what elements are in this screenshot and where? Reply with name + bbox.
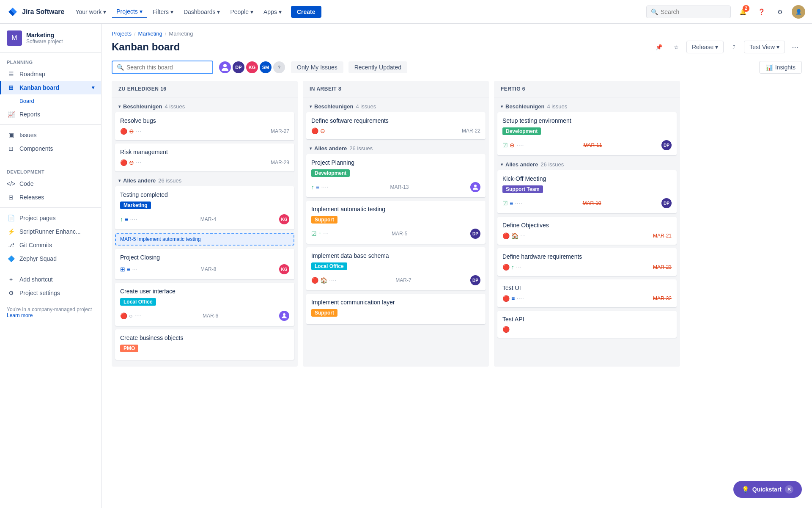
only-my-issues-button[interactable]: Only My Issues xyxy=(291,61,343,73)
card-testing-completed[interactable]: Testing completed Marketing ↑ ≡ ···· MAR… xyxy=(115,186,294,229)
nav-your-work[interactable]: Your work xyxy=(71,6,110,18)
card-project-closing[interactable]: Project Closing ⊞ ≡ ··· MAR-8 KG xyxy=(115,249,294,279)
sidebar-item-project-settings[interactable]: ⚙ Project settings xyxy=(0,286,101,300)
sidebar-item-zephyr[interactable]: 🔷 Zephyr Squad xyxy=(0,252,101,265)
column-fertig: FERTIG 6 ▾ Beschleunigen 4 issues Setup … xyxy=(494,81,680,367)
avatar-user-5[interactable]: ? xyxy=(272,61,286,74)
recently-updated-button[interactable]: Recently Updated xyxy=(348,61,407,73)
release-button[interactable]: Release xyxy=(686,41,724,53)
search-icon: 🔍 xyxy=(651,8,658,15)
create-button[interactable]: Create xyxy=(291,6,321,18)
sidebar-item-add-shortcut[interactable]: + Add shortcut xyxy=(0,273,101,286)
avatar-user-2[interactable]: DP xyxy=(232,61,245,74)
card-implement-comm-layer[interactable]: Implement communication layer Support xyxy=(306,294,486,324)
card-create-ui[interactable]: Create user interface Local Office 🔴 ○ ·… xyxy=(115,283,294,326)
more-button[interactable]: ··· xyxy=(788,40,802,54)
priority-icon: ≡ xyxy=(127,266,130,273)
search-input[interactable] xyxy=(661,8,726,15)
app-logo[interactable]: Jira Software xyxy=(7,6,64,18)
sidebar-item-board[interactable]: Board xyxy=(0,94,101,108)
avatar-user-1[interactable] xyxy=(218,61,232,74)
svg-point-3 xyxy=(474,185,477,187)
card-label-pmo: PMO xyxy=(120,345,138,352)
card-implement-db-schema[interactable]: Implement data base schema Local Office … xyxy=(306,247,486,290)
search-icon: 🔍 xyxy=(117,64,124,71)
project-header[interactable]: M Marketing Software project xyxy=(0,24,101,53)
sidebar-item-kanban[interactable]: ⊞ Kanban board ▾ xyxy=(0,81,101,94)
card-risk-management[interactable]: Risk management 🔴 ⊖ ··· MAR-29 xyxy=(115,144,294,171)
card-business-objects[interactable]: Create business objects PMO xyxy=(115,329,294,360)
board-search[interactable]: 🔍 xyxy=(112,61,213,74)
sidebar-item-components[interactable]: ⊡ Components xyxy=(0,142,101,155)
nav-dashboards[interactable]: Dashboards xyxy=(179,6,225,18)
settings-button[interactable]: ⚙ xyxy=(773,5,787,19)
nav-people[interactable]: People xyxy=(226,6,258,18)
nav-filters[interactable]: Filters xyxy=(148,6,178,18)
top-navigation: Jira Software Your work Projects Filters… xyxy=(0,0,812,24)
sidebar-item-releases[interactable]: ⊟ Releases xyxy=(0,190,101,204)
notifications-button[interactable]: 🔔 2 xyxy=(736,5,749,19)
sidebar-item-issues[interactable]: ▣ Issues xyxy=(0,128,101,142)
dots-icon: ···· xyxy=(516,141,524,149)
collapse-icon: ▾ xyxy=(118,104,121,109)
priority-icon: ○ xyxy=(129,312,132,319)
sidebar-item-git-commits[interactable]: ⎇ Git Commits xyxy=(0,238,101,252)
card-resolve-bugs[interactable]: Resolve bugs 🔴 ⊖ ··· MAR-27 xyxy=(115,112,294,140)
chevron-down-icon xyxy=(776,44,779,50)
swimlane-header-3[interactable]: ▾ Beschleunigen 4 issues xyxy=(306,101,486,112)
card-test-ui[interactable]: Test UI 🔴 ≡ ···· MAR-32 xyxy=(497,279,677,307)
nav-apps[interactable]: Apps xyxy=(259,6,286,18)
collapse-icon: ▾ xyxy=(118,178,121,183)
type-icon: 🔴 xyxy=(311,127,318,134)
swimlane-header-4[interactable]: ▾ Alles andere 26 issues xyxy=(306,143,486,154)
sidebar-item-reports[interactable]: 📈 Reports xyxy=(0,108,101,121)
swimlane-header[interactable]: ▾ Beschleunigen 4 issues xyxy=(115,101,294,112)
breadcrumb-marketing[interactable]: Marketing xyxy=(138,30,162,37)
type-icon: 🔴 xyxy=(502,264,510,271)
sidebar-item-code[interactable]: </> Code xyxy=(0,177,101,190)
nav-projects[interactable]: Projects xyxy=(112,6,147,18)
card-assignee-avatar: KG xyxy=(279,264,289,274)
card-define-software-req[interactable]: Define software requirements 🔴 ⊖ MAR-22 xyxy=(306,112,486,139)
learn-more-link[interactable]: Learn more xyxy=(7,312,33,318)
kanban-board: ZU ERLEDIGEN 16 ▾ Beschleunigen 4 issues… xyxy=(102,81,812,377)
sidebar-item-roadmap[interactable]: ☰ Roadmap xyxy=(0,67,101,81)
card-define-objectives[interactable]: Define Objectives 🔴 🏠 ··· MAR-21 xyxy=(497,217,677,245)
swimlane-beschleunigen: ▾ Beschleunigen 4 issues Resolve bugs 🔴 … xyxy=(115,101,294,171)
avatar-user-3[interactable]: KG xyxy=(245,61,259,74)
type-icon: 🔴 xyxy=(120,312,127,319)
share-button[interactable]: ⤴ xyxy=(727,40,741,54)
swimlane-header-5[interactable]: ▾ Beschleunigen 4 issues xyxy=(497,101,677,112)
pin-button[interactable]: 📌 xyxy=(653,40,666,54)
quickstart-close-button[interactable]: ✕ xyxy=(785,485,793,494)
test-view-button[interactable]: Test View xyxy=(744,41,785,53)
avatar-user-4[interactable]: SM xyxy=(259,61,272,74)
card-assignee-avatar: KG xyxy=(279,214,289,224)
help-button[interactable]: ❓ xyxy=(754,5,768,19)
swimlane-header-6[interactable]: ▾ Alles andere 26 issues xyxy=(497,159,677,170)
breadcrumb-projects[interactable]: Projects xyxy=(112,30,132,37)
user-avatar[interactable]: 👤 xyxy=(792,5,805,19)
star-button[interactable]: ☆ xyxy=(669,40,683,54)
card-define-hw-req[interactable]: Define hardware requirements 🔴 ↑ ··· MAR… xyxy=(497,248,677,276)
collapse-icon: ▾ xyxy=(501,104,503,109)
kanban-icon: ⊞ xyxy=(7,84,15,91)
card-kickoff-meeting[interactable]: Kick-Off Meeting Support Team ☑ ≡ ···· M… xyxy=(497,170,677,213)
sidebar-item-scriptrunner[interactable]: ⚡ ScriptRunner Enhanc... xyxy=(0,225,101,238)
quickstart-button[interactable]: 💡 Quickstart ✕ xyxy=(733,481,802,498)
type-icon: ⊞ xyxy=(120,266,125,273)
card-test-api[interactable]: Test API 🔴 xyxy=(497,311,677,338)
board-search-input[interactable] xyxy=(126,64,208,71)
card-assignee-avatar: DP xyxy=(470,229,480,239)
roadmap-icon: ☰ xyxy=(7,71,15,77)
swimlane-alles-andere-2: ▾ Alles andere 26 issues Project Plannin… xyxy=(306,143,486,324)
sidebar-item-project-pages[interactable]: 📄 Project pages xyxy=(0,211,101,225)
insights-button[interactable]: 📊 Insights xyxy=(759,61,802,74)
type-icon: ☑ xyxy=(311,230,317,237)
swimlane-header-2[interactable]: ▾ Alles andere 26 issues xyxy=(115,175,294,186)
global-search[interactable]: 🔍 xyxy=(646,6,731,18)
card-setup-testing-env[interactable]: Setup testing environment Development ☑ … xyxy=(497,112,677,155)
collapse-icon: ▾ xyxy=(92,85,94,91)
card-implement-auto-testing[interactable]: Implement automatic testing Support ☑ ↑ … xyxy=(306,201,486,244)
card-project-planning[interactable]: Project Planning Development ↑ ≡ ···· MA… xyxy=(306,154,486,197)
